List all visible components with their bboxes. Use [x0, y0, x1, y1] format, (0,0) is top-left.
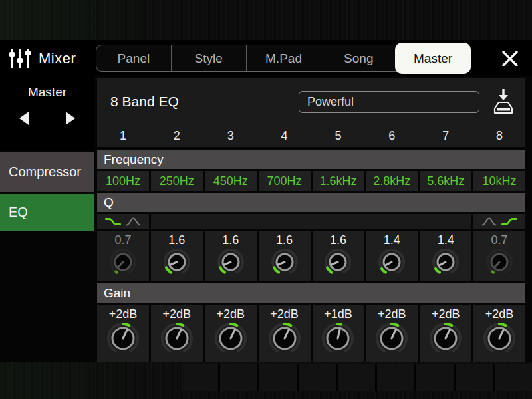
gain-knob[interactable] — [268, 322, 301, 355]
gain-knob-cell[interactable]: +2dB — [97, 305, 149, 362]
q-row-header: Q — [97, 193, 525, 212]
q-value: 1.4 — [384, 233, 400, 247]
q-knob[interactable] — [109, 248, 137, 276]
q-knob-cell[interactable]: 1.4 — [366, 231, 418, 281]
band-number: 6 — [366, 126, 418, 146]
q-value: 0.7 — [491, 233, 508, 247]
frequency-value[interactable]: 1.6kHz — [313, 171, 364, 191]
gain-label: Gain — [104, 286, 130, 301]
eq-header-block: 8 Band EQ Powerful 12345678 — [97, 78, 525, 147]
high-shelf-icon — [501, 217, 517, 227]
knob-icon — [432, 248, 460, 276]
q-knob[interactable] — [217, 248, 245, 276]
frequency-value[interactable]: 450Hz — [205, 171, 257, 191]
knob-icon — [375, 322, 408, 355]
q-knob-cell[interactable]: 0.7 — [473, 231, 525, 281]
sidebar-item-compressor[interactable]: Compressor — [0, 152, 94, 192]
frequency-value[interactable]: 10kHz — [473, 171, 525, 191]
gain-knob[interactable] — [321, 322, 354, 355]
q-value: 0.7 — [114, 233, 131, 247]
band1-filter-type[interactable] — [97, 214, 149, 229]
mixer-tab-bar: PanelStyleM.PadSongMaster — [96, 45, 470, 72]
gain-knob-cell[interactable]: +2dB — [259, 305, 311, 362]
sidebar-items: CompressorEQ — [0, 150, 94, 231]
gain-knob[interactable] — [106, 322, 140, 355]
q-knobs-row: 0.71.61.61.61.61.41.40.7 — [97, 231, 525, 281]
q-value: 1.6 — [222, 233, 239, 247]
close-icon — [501, 49, 519, 68]
q-knob-cell[interactable]: 0.7 — [97, 231, 149, 281]
gain-knob-cell[interactable]: +2dB — [151, 305, 203, 362]
mixer-body: Master CompressorEQ 8 Band EQ — [0, 76, 532, 362]
frequency-value[interactable]: 2.8kHz — [366, 171, 418, 191]
gain-knob[interactable] — [160, 322, 194, 355]
close-button[interactable] — [500, 49, 520, 68]
part-label: Master — [0, 76, 94, 100]
frequency-value[interactable]: 700Hz — [259, 171, 311, 191]
knob-icon — [378, 248, 406, 276]
q-value: 1.6 — [168, 233, 185, 247]
save-icon — [491, 88, 515, 116]
bezel-top — [0, 0, 532, 40]
knob-icon — [321, 322, 354, 355]
q-knob[interactable] — [432, 248, 460, 276]
title-bar: Mixer PanelStyleM.PadSongMaster — [0, 40, 532, 76]
band-number: 3 — [205, 126, 257, 146]
low-shelf-icon — [105, 217, 121, 227]
gain-knob-cell[interactable]: +2dB — [205, 305, 257, 362]
tab-mpad[interactable]: M.Pad — [247, 45, 322, 71]
q-knob[interactable] — [271, 248, 299, 276]
tab-master[interactable]: Master — [396, 43, 470, 73]
gain-value: +2dB — [163, 307, 192, 321]
frequency-value[interactable]: 5.6kHz — [420, 171, 471, 191]
band8-filter-type[interactable] — [473, 214, 525, 229]
app-identity: Mixer — [8, 47, 76, 70]
next-part-button[interactable] — [63, 110, 78, 126]
preset-selector[interactable]: Powerful — [299, 91, 479, 113]
tab-song[interactable]: Song — [321, 45, 396, 71]
q-knob-cell[interactable]: 1.6 — [259, 231, 311, 281]
q-knob[interactable] — [378, 248, 406, 276]
right-arrow-icon — [64, 110, 77, 126]
gain-value: +2dB — [216, 307, 245, 321]
q-knob-cell[interactable]: 1.4 — [420, 231, 471, 281]
q-knob-cell[interactable]: 1.6 — [313, 231, 364, 281]
knob-icon — [109, 248, 137, 276]
band-number: 5 — [313, 126, 364, 146]
gain-knob-cell[interactable]: +2dB — [473, 305, 525, 362]
q-knob[interactable] — [485, 248, 513, 276]
gain-knob-cell[interactable]: +2dB — [366, 305, 418, 362]
q-knob-cell[interactable]: 1.6 — [205, 231, 257, 281]
gain-knob[interactable] — [483, 322, 516, 355]
gain-knob[interactable] — [214, 322, 247, 355]
left-arrow-icon — [17, 110, 31, 126]
mixer-screen: Mixer PanelStyleM.PadSongMaster Master — [0, 0, 532, 399]
q-knob[interactable] — [163, 248, 191, 276]
knob-icon — [160, 322, 194, 355]
knob-icon — [429, 322, 462, 355]
knob-icon — [106, 322, 140, 355]
band-number: 2 — [151, 126, 203, 146]
frequency-value[interactable]: 250Hz — [151, 171, 203, 191]
q-value: 1.4 — [438, 233, 454, 247]
eq-type-title: 8 Band EQ — [110, 94, 179, 110]
gain-knob-cell[interactable]: +2dB — [420, 305, 471, 362]
knob-icon — [485, 248, 513, 276]
gain-knob[interactable] — [429, 322, 462, 355]
q-knob[interactable] — [324, 248, 352, 276]
tab-panel[interactable]: Panel — [96, 45, 172, 71]
knob-icon — [271, 248, 299, 276]
prev-part-button[interactable] — [16, 110, 32, 126]
gain-knob-cell[interactable]: +1dB — [313, 305, 364, 362]
knob-icon — [214, 322, 247, 355]
knob-icon — [483, 322, 516, 355]
band-number: 1 — [97, 126, 149, 146]
frequency-value[interactable]: 100Hz — [97, 171, 149, 191]
mixer-faders-icon — [8, 47, 32, 70]
tab-style[interactable]: Style — [172, 45, 247, 71]
q-knob-cell[interactable]: 1.6 — [151, 231, 203, 281]
q-label: Q — [104, 196, 114, 210]
save-button[interactable] — [491, 88, 516, 116]
sidebar-item-eq[interactable]: EQ — [0, 194, 94, 231]
gain-knob[interactable] — [375, 322, 408, 355]
